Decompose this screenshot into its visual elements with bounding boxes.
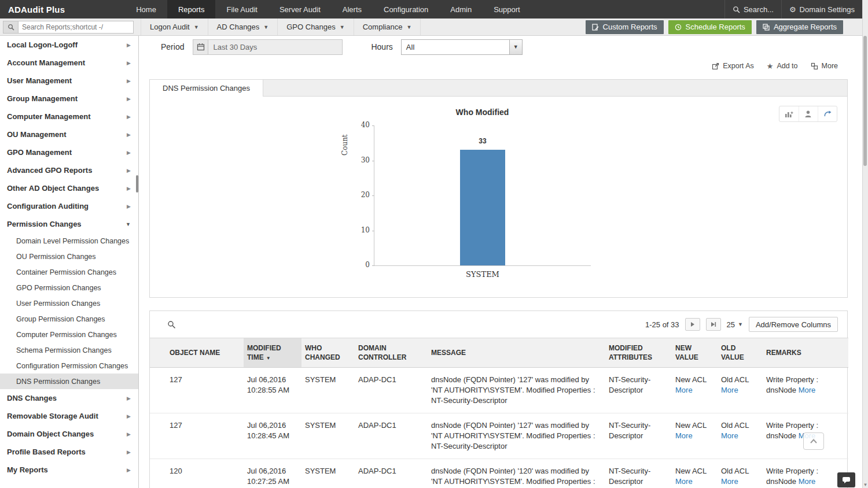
sidebar-item-profile-based-reports[interactable]: Profile Based Reports▶ — [0, 443, 138, 461]
chevron-right-icon: ▶ — [127, 395, 131, 401]
sidebar-item-configuration-permission-changes[interactable]: Configuration Permission Changes — [0, 358, 138, 374]
top-nav-bar: ADAudit Plus Home Reports File Audit Ser… — [0, 0, 868, 19]
sidebar-item-other-ad-object-changes[interactable]: Other AD Object Changes▶ — [0, 179, 138, 197]
sidebar-item-domain-level-permission-changes[interactable]: Domain Level Permission Changes — [0, 233, 138, 249]
scrollbar-handle[interactable] — [863, 36, 867, 166]
column-header-modified-time[interactable]: MODIFIED TIME▼ — [244, 338, 301, 368]
export-as-button[interactable]: Export As — [712, 62, 754, 70]
domain-settings-button[interactable]: ⚙ Domain Settings — [781, 0, 862, 19]
nav-support[interactable]: Support — [483, 0, 531, 19]
chat-support-button[interactable] — [837, 472, 855, 487]
sidebar-item-user-management[interactable]: User Management▶ — [0, 72, 138, 90]
report-search-input[interactable] — [18, 21, 134, 34]
remarks-more-link[interactable]: More — [799, 477, 816, 486]
column-header-who-changed[interactable]: WHO CHANGED — [301, 338, 355, 368]
column-header-message[interactable]: MESSAGE — [428, 338, 605, 368]
table-row: 127 Jul 06,2016 10:28:55 AM SYSTEM ADAP-… — [150, 368, 848, 413]
menu-label: GPO Changes — [286, 23, 336, 31]
page-size-select[interactable]: 25 ▼ — [727, 320, 743, 329]
who-changed-cell: SYSTEM — [301, 413, 355, 459]
sidebar-item-gpo-permission-changes[interactable]: GPO Permission Changes — [0, 280, 138, 295]
nav-configuration[interactable]: Configuration — [373, 0, 439, 19]
add-to-button[interactable]: ★ Add to — [767, 62, 798, 70]
sidebar-item-configuration-auditing[interactable]: Configuration Auditing▶ — [0, 197, 138, 215]
sidebar-item-dns-changes[interactable]: DNS Changes▶ — [0, 389, 138, 407]
report-search-icon-box[interactable] — [3, 21, 18, 34]
sidebar-item-ou-permission-changes[interactable]: OU Permission Changes — [0, 249, 138, 264]
old-value-more-link[interactable]: More — [721, 386, 738, 394]
chart-export-button[interactable] — [818, 106, 837, 121]
nav-reports[interactable]: Reports — [167, 0, 216, 19]
sidebar-item-computer-management[interactable]: Computer Management▶ — [0, 108, 138, 125]
chart-type-button[interactable] — [779, 106, 799, 121]
chart-user-view-button[interactable] — [799, 106, 818, 121]
gear-icon: ⚙ — [789, 5, 796, 14]
sidebar-item-computer-permission-changes[interactable]: Computer Permission Changes — [0, 327, 138, 342]
remarks-more-link[interactable]: More — [799, 386, 816, 394]
add-remove-columns-button[interactable]: Add/Remove Columns — [749, 317, 838, 332]
sidebar-item-removable-storage-audit[interactable]: Removable Storage Audit▶ — [0, 407, 138, 425]
column-header-object-name[interactable]: OBJECT NAME — [150, 338, 244, 368]
schedule-reports-button[interactable]: Schedule Reports — [668, 20, 752, 34]
menu-logon-audit[interactable]: Logon Audit▼ — [141, 19, 208, 35]
sidebar-item-advanced-gpo-reports[interactable]: Advanced GPO Reports▶ — [0, 161, 138, 179]
sidebar-item-domain-object-changes[interactable]: Domain Object Changes▶ — [0, 425, 138, 443]
scrollbar-down-arrow[interactable]: ▼ — [863, 482, 868, 487]
column-header-domain-controller[interactable]: DOMAIN CONTROLLER — [355, 338, 428, 368]
domain-settings-label: Domain Settings — [800, 5, 855, 14]
hours-select[interactable]: All ▼ — [401, 39, 523, 55]
sidebar-item-account-management[interactable]: Account Management▶ — [0, 54, 138, 72]
chevron-right-icon: ▶ — [127, 114, 131, 120]
global-search-button[interactable]: Search... — [724, 0, 781, 19]
menu-ad-changes[interactable]: AD Changes▼ — [208, 19, 278, 35]
column-header-remarks[interactable]: REMARKS — [763, 338, 848, 368]
chevron-right-icon: ▶ — [127, 60, 131, 66]
scroll-to-top-button[interactable] — [803, 432, 824, 450]
sidebar-item-permission-changes[interactable]: Permission Changes▼ — [0, 215, 138, 233]
column-header-modified-attributes[interactable]: MODIFIED ATTRIBUTES — [605, 338, 672, 368]
column-header-old-value[interactable]: OLD VALUE — [718, 338, 763, 368]
nav-file-audit[interactable]: File Audit — [215, 0, 268, 19]
page-scrollbar[interactable]: ▼ — [862, 0, 868, 488]
next-page-button[interactable] — [685, 318, 700, 331]
object-name-cell: 127 — [150, 368, 244, 413]
nav-admin[interactable]: Admin — [439, 0, 483, 19]
sidebar-item-my-reports[interactable]: My Reports▶ — [0, 461, 138, 479]
chart-bar-system[interactable] — [460, 150, 505, 265]
sidebar-item-label: DNS Permission Changes — [16, 378, 100, 386]
sidebar-item-label: DNS Changes — [7, 394, 57, 402]
new-value-more-link[interactable]: More — [675, 431, 693, 440]
sidebar-item-group-permission-changes[interactable]: Group Permission Changes — [0, 311, 138, 327]
last-page-button[interactable] — [706, 318, 721, 331]
sidebar-item-label: Computer Management — [7, 112, 90, 121]
message-cell: dnsNode (FQDN Pointer) '120' was modifie… — [428, 459, 605, 488]
old-value-more-link[interactable]: More — [721, 431, 738, 440]
new-value-more-link[interactable]: More — [675, 477, 693, 486]
tab-dns-permission-changes[interactable]: DNS Permission Changes — [149, 79, 263, 97]
menu-label: Logon Audit — [150, 23, 190, 31]
new-value-more-link[interactable]: More — [675, 386, 693, 394]
more-button[interactable]: More — [811, 62, 838, 70]
table-search-icon[interactable] — [167, 320, 176, 329]
sidebar-item-gpo-management[interactable]: GPO Management▶ — [0, 143, 138, 161]
sidebar-item-group-management[interactable]: Group Management▶ — [0, 90, 138, 108]
sidebar-item-user-permission-changes[interactable]: User Permission Changes — [0, 295, 138, 311]
filter-row: Period Hours All ▼ — [161, 39, 523, 55]
menu-compliance[interactable]: Compliance▼ — [354, 19, 421, 35]
sidebar-item-schema-permission-changes[interactable]: Schema Permission Changes — [0, 342, 138, 358]
sidebar-item-local-logon-logoff[interactable]: Local Logon-Logoff▶ — [0, 36, 138, 54]
sidebar-scrollbar-handle[interactable] — [136, 175, 138, 193]
menu-gpo-changes[interactable]: GPO Changes▼ — [278, 19, 354, 35]
nav-server-audit[interactable]: Server Audit — [269, 0, 332, 19]
period-input[interactable] — [208, 39, 343, 55]
sidebar-item-container-permission-changes[interactable]: Container Permission Changes — [0, 264, 138, 280]
nav-alerts[interactable]: Alerts — [332, 0, 373, 19]
sidebar-item-dns-permission-changes[interactable]: DNS Permission Changes — [0, 374, 138, 389]
aggregate-reports-button[interactable]: Aggregate Reports — [756, 20, 843, 34]
custom-reports-button[interactable]: Custom Reports — [586, 20, 664, 34]
nav-home[interactable]: Home — [125, 0, 167, 19]
old-value-more-link[interactable]: More — [721, 477, 738, 486]
column-header-new-value[interactable]: NEW VALUE — [672, 338, 718, 368]
sidebar-item-ou-management[interactable]: OU Management▶ — [0, 125, 138, 143]
calendar-button[interactable] — [193, 39, 208, 55]
